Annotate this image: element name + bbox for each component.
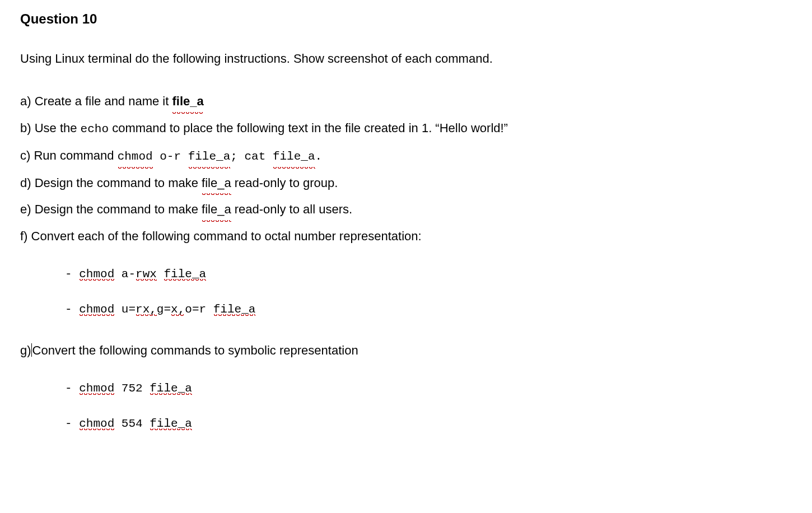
item-f-sub1-rwx: rwx bbox=[136, 268, 157, 280]
item-g-sub2-dash: - bbox=[65, 417, 79, 430]
item-f-sub2-dash: - bbox=[65, 303, 79, 316]
item-f-sub1-c2: a- bbox=[114, 268, 136, 281]
document-page: Question 10 Using Linux terminal do the … bbox=[0, 0, 812, 465]
item-f-sublist: - chmod a-rwx file_a - chmod u=rx,g=x,o=… bbox=[65, 268, 792, 315]
item-c: c) Run command chmod o-r file_a; cat fil… bbox=[20, 144, 792, 168]
item-f-sub1-dash: - bbox=[65, 268, 79, 281]
item-g: g)Convert the following commands to symb… bbox=[20, 339, 792, 362]
item-g-label: g) bbox=[20, 343, 31, 357]
item-f-text: f) Convert each of the following command… bbox=[20, 229, 422, 243]
item-c-c6: . bbox=[315, 150, 323, 163]
item-g-sub1-chmod: chmod bbox=[79, 383, 114, 394]
item-g-sub1-file: file_a bbox=[150, 383, 192, 394]
item-c-chmod: chmod bbox=[118, 146, 153, 168]
item-f-sub1: - chmod a-rwx file_a bbox=[65, 268, 792, 280]
item-d-file: file_a bbox=[202, 171, 231, 195]
item-g-sub1: - chmod 752 file_a bbox=[65, 383, 792, 394]
question-heading: Question 10 bbox=[20, 12, 792, 26]
item-g-sub1-dash: - bbox=[65, 382, 79, 395]
item-f-sub1-file: file_a bbox=[164, 268, 206, 280]
item-g-sub2: - chmod 554 file_a bbox=[65, 418, 792, 430]
item-f-sub1-c4 bbox=[157, 268, 164, 281]
item-a: a) Create a file and name it file_a bbox=[20, 90, 792, 113]
item-e-file: file_a bbox=[202, 198, 231, 221]
item-c-p1: c) Run command bbox=[20, 148, 118, 162]
item-f-sub2-file: file_a bbox=[213, 304, 256, 315]
item-g-sublist: - chmod 752 file_a - chmod 554 file_a bbox=[65, 383, 792, 430]
item-f-sub1-chmod: chmod bbox=[79, 268, 114, 280]
item-c-file1: file_a bbox=[188, 146, 231, 168]
item-f-sub2-c6: o=r bbox=[185, 303, 213, 316]
item-a-prefix: a) Create a file and name it bbox=[20, 94, 172, 108]
item-g-sub2-file: file_a bbox=[150, 418, 192, 430]
item-g-text: Convert the following commands to symbol… bbox=[32, 343, 358, 357]
item-f-sub2-x: x, bbox=[171, 304, 185, 315]
item-f-sub2-rx: rx, bbox=[136, 304, 157, 315]
item-e-p1: e) Design the command to make bbox=[20, 202, 202, 216]
item-b-p1: b) Use the bbox=[20, 121, 81, 135]
item-f-sub2: - chmod u=rx,g=x,o=r file_a bbox=[65, 304, 792, 315]
item-b-echo: echo bbox=[81, 123, 109, 136]
item-c-c2: o-r bbox=[153, 150, 188, 163]
item-c-file2: file_a bbox=[273, 146, 315, 168]
item-f-sub2-c4: g= bbox=[157, 303, 171, 316]
item-g-sub2-c2: 554 bbox=[114, 417, 150, 430]
item-e: e) Design the command to make file_a rea… bbox=[20, 198, 792, 221]
item-d: d) Design the command to make file_a rea… bbox=[20, 171, 792, 195]
intro-text: Using Linux terminal do the following in… bbox=[20, 53, 792, 65]
item-e-p2: read-only to all users. bbox=[231, 202, 352, 216]
item-a-file: file_a bbox=[172, 90, 203, 113]
item-c-c4: ; cat bbox=[230, 150, 273, 163]
item-d-p2: read-only to group. bbox=[231, 176, 338, 190]
item-g-sub2-chmod: chmod bbox=[79, 418, 114, 430]
item-g-sub1-c2: 752 bbox=[114, 382, 150, 395]
text-cursor bbox=[31, 343, 32, 357]
item-f-sub2-chmod: chmod bbox=[79, 304, 114, 315]
item-d-p1: d) Design the command to make bbox=[20, 176, 202, 190]
item-f-sub2-c2: u= bbox=[114, 303, 136, 316]
item-f: f) Convert each of the following command… bbox=[20, 225, 792, 248]
item-b-p2: command to place the following text in t… bbox=[109, 121, 508, 135]
item-b: b) Use the echo command to place the fol… bbox=[20, 116, 792, 141]
